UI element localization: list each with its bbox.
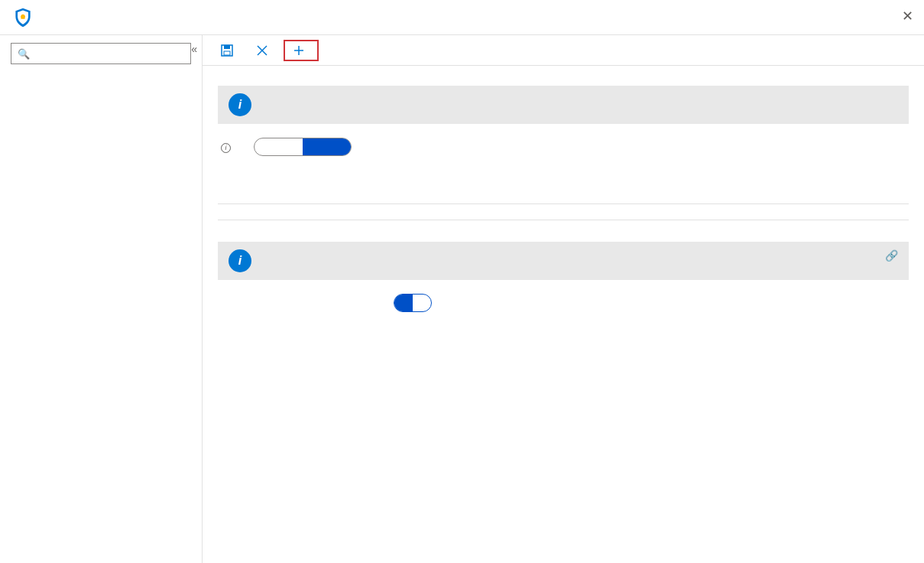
shield-icon [12, 7, 34, 28]
save-button[interactable] [213, 41, 245, 60]
toolbar [203, 35, 924, 66]
sidebar: « 🔍 [0, 35, 203, 563]
ssl-info-bar: i 🔗 [218, 242, 909, 280]
save-icon [221, 44, 233, 57]
discard-icon [256, 44, 268, 57]
main-content: i i [203, 35, 924, 563]
learn-more-link-icon[interactable]: 🔗 [885, 249, 898, 262]
add-client-ip-button[interactable] [284, 40, 319, 61]
sidebar-search[interactable]: 🔍 [11, 43, 191, 64]
help-icon[interactable]: i [221, 143, 231, 153]
plus-icon [293, 44, 305, 57]
firewall-columns [218, 171, 909, 176]
info-icon: i [229, 93, 251, 116]
search-icon: 🔍 [18, 48, 30, 60]
vnet-columns [218, 194, 909, 204]
discard-button[interactable] [248, 41, 280, 60]
enforce-ssl-toggle[interactable] [394, 294, 432, 312]
firewall-info-bar: i [218, 86, 909, 124]
vnet-no-results [218, 204, 909, 220]
toggle-off [303, 138, 351, 155]
allow-azure-toggle[interactable] [254, 138, 352, 156]
blade-header: ✕ [0, 0, 924, 35]
svg-rect-1 [21, 15, 24, 18]
close-icon[interactable]: ✕ [902, 8, 913, 24]
collapse-sidebar-icon[interactable]: « [191, 43, 197, 55]
svg-rect-4 [224, 51, 230, 55]
toggle-on [255, 138, 303, 155]
svg-rect-3 [224, 45, 230, 49]
search-input[interactable] [34, 48, 184, 60]
info-icon: i [229, 249, 251, 272]
